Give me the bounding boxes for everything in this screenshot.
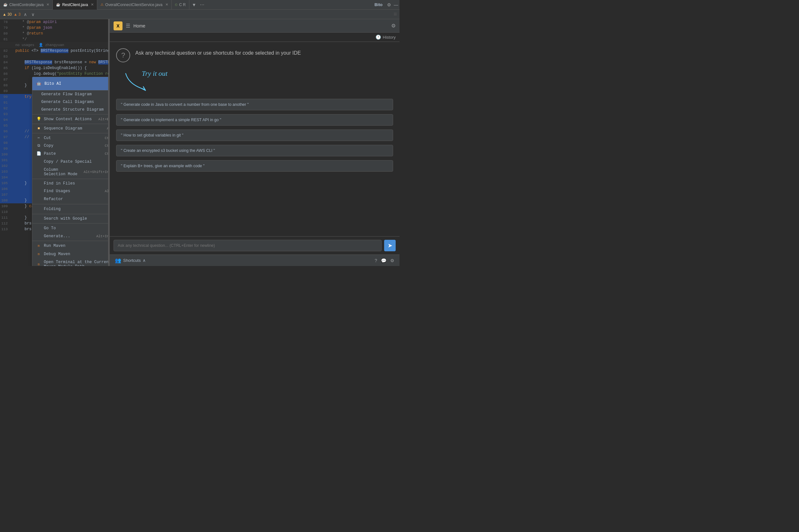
shortcuts-label-area: 👥 Shortcuts ∧ bbox=[115, 258, 146, 263]
ctx-structure-diagram[interactable]: Generate Structure Diagram bbox=[32, 106, 108, 114]
ctx-copy-paste-special[interactable]: Copy / Paste Special ▶ bbox=[32, 158, 108, 166]
suggestion-btn-2[interactable]: " How to set global variables in git " bbox=[116, 130, 393, 141]
nav-down-btn[interactable]: ∨ bbox=[30, 11, 36, 18]
line-number: 108 bbox=[0, 197, 10, 203]
ctx-shortcut-5: Ctrl+V bbox=[105, 152, 108, 156]
ctx-shortcut-7: Alt+F7 bbox=[105, 189, 108, 193]
more-btn[interactable]: ⋯ bbox=[199, 2, 206, 8]
ctx-find-files-label: Find in Files bbox=[44, 181, 108, 186]
tab-overall-connect[interactable]: ⚠ OverallConnectClientService.java ✕ bbox=[97, 0, 172, 10]
ctx-debug-maven-label: Debug Maven bbox=[44, 252, 108, 256]
line-number: 112 bbox=[0, 221, 10, 226]
ctx-run-maven[interactable]: m Run Maven ▶ bbox=[32, 242, 108, 250]
bito-top-row: 🕐 History bbox=[110, 33, 400, 42]
tab-close-btn-2[interactable]: ✕ bbox=[91, 3, 94, 7]
java-icon-2: ☕ bbox=[56, 3, 60, 7]
toolbar: ▲ 30 ▲ 3 ∧ ∨ ≡ bbox=[0, 10, 400, 19]
ctx-context-label: Show Context Actions bbox=[44, 117, 96, 121]
meta-line: no usages 👤 zhangyuan bbox=[0, 42, 108, 48]
ctx-separator-5 bbox=[32, 204, 108, 204]
line-number: 89 bbox=[0, 88, 10, 94]
maven-icon: m bbox=[36, 244, 41, 248]
ctx-sequence-diagram[interactable]: ■ Sequence Diagram Alt+S bbox=[32, 125, 108, 132]
ctx-debug-maven[interactable]: m Debug Maven ▶ bbox=[32, 250, 108, 258]
suggestion-btn-3[interactable]: " Create an encrypted s3 bucket using th… bbox=[116, 145, 393, 156]
line-number: 98 bbox=[0, 140, 10, 146]
bito-icon: 🤖 bbox=[36, 81, 41, 86]
suggestion-btn-1[interactable]: " Generate code to implement a simple RE… bbox=[116, 114, 393, 126]
ctx-flow-diagram[interactable]: Generate Flow Diagram bbox=[32, 91, 108, 98]
bito-content: ? Ask any technical question or use shor… bbox=[110, 42, 400, 236]
java-icon-3: ⚠ bbox=[100, 3, 104, 7]
ctx-column-mode[interactable]: Column Selection Mode Alt+Shift+Insert bbox=[32, 166, 108, 178]
suggestion-text-1: " Generate code to implement a simple RE… bbox=[121, 118, 221, 122]
tab-label: ClientController.java bbox=[9, 3, 43, 7]
bito-chat-input[interactable] bbox=[114, 240, 382, 251]
line-number: 79 bbox=[0, 25, 10, 31]
bito-x-button[interactable]: X bbox=[114, 21, 123, 31]
ctx-open-terminal[interactable]: m Open Terminal at the Current Maven Mod… bbox=[32, 258, 108, 266]
tab-label-2: RestClient.java bbox=[62, 3, 88, 7]
sequence-icon: ■ bbox=[36, 126, 41, 131]
ctx-folding[interactable]: Folding ▶ bbox=[32, 205, 108, 213]
shortcuts-settings2-icon[interactable]: ⚙ bbox=[390, 258, 394, 263]
tab-rest-client[interactable]: ☕ RestClient.java ✕ bbox=[53, 0, 97, 10]
ctx-call-label: Generate Call Diagrams bbox=[41, 100, 108, 104]
history-button[interactable]: 🕐 History bbox=[375, 35, 396, 40]
tab-close-btn[interactable]: ✕ bbox=[47, 3, 49, 7]
ctx-bito-ai[interactable]: 🤖 Bito AI ▶ bbox=[32, 77, 108, 91]
tab-close-btn-3[interactable]: ✕ bbox=[165, 3, 168, 7]
line-code: if (log.isDebugEnabled()) { bbox=[15, 65, 108, 71]
ctx-find-files[interactable]: Find in Files bbox=[32, 180, 108, 187]
shortcuts-chat-icon[interactable]: 💬 bbox=[381, 258, 386, 263]
nav-up-btn[interactable]: ∧ bbox=[22, 11, 28, 18]
bito-settings-icon[interactable]: ⚙ bbox=[391, 23, 396, 29]
shortcuts-expand-icon[interactable]: ∧ bbox=[143, 258, 146, 263]
bito-send-button[interactable]: ➤ bbox=[384, 240, 396, 251]
ctx-shortcut-8: Alt+Insert bbox=[96, 234, 108, 238]
bito-header: X ☰ Home ⚙ bbox=[110, 19, 400, 33]
line-number: 94 bbox=[0, 117, 10, 123]
ctx-search-google[interactable]: Search with Google bbox=[32, 215, 108, 223]
context-menu: 🤖 Bito AI ▶ Generate Flow Diagram Genera… bbox=[32, 77, 108, 266]
ctx-generate[interactable]: Generate... Alt+Insert bbox=[32, 232, 108, 240]
ctx-run-maven-label: Run Maven bbox=[44, 244, 108, 248]
ctx-go-to[interactable]: Go To ▶ bbox=[32, 224, 108, 232]
ctx-call-diagrams[interactable]: Generate Call Diagrams bbox=[32, 98, 108, 106]
shortcuts-bar: 👥 Shortcuts ∧ ? 💬 ⚙ bbox=[110, 254, 400, 266]
suggestion-btn-4[interactable]: " Explain B+ trees, give an example with… bbox=[116, 160, 393, 172]
line-number: 90 bbox=[0, 94, 10, 100]
line-number: 109 bbox=[0, 203, 10, 209]
dropdown-btn[interactable]: ▼ bbox=[191, 2, 198, 8]
ctx-folding-label: Folding bbox=[44, 207, 108, 211]
code-line-86: 86 log.debug("postEntity Function receiv… bbox=[0, 71, 108, 77]
ctx-flow-label: Generate Flow Diagram bbox=[41, 92, 108, 97]
settings-btn[interactable]: ⚙ bbox=[386, 2, 392, 8]
line-code: */ bbox=[15, 36, 108, 42]
ctx-context-actions[interactable]: 💡 Show Context Actions Alt+Enter bbox=[32, 115, 108, 123]
ctx-cut[interactable]: ✂ Cut Ctrl+X bbox=[32, 134, 108, 142]
minimize-btn[interactable]: — bbox=[392, 2, 400, 8]
editor-panel: 78 * @param apiUri 79 * @param json 80 *… bbox=[0, 19, 108, 266]
ctx-copy-paste-label: Copy / Paste Special bbox=[44, 159, 108, 164]
line-number: 86 bbox=[0, 71, 10, 77]
ctx-paste[interactable]: 📄 Paste Ctrl+V bbox=[32, 150, 108, 158]
errors-count: ▲ 3 bbox=[14, 12, 21, 17]
ctx-sequence-label: Sequence Diagram bbox=[44, 126, 104, 131]
shortcuts-help-icon[interactable]: ? bbox=[374, 258, 377, 263]
paste-icon: 📄 bbox=[36, 151, 41, 156]
tab-client-controller[interactable]: ☕ ClientController.java ✕ bbox=[0, 0, 53, 10]
line-number: 101 bbox=[0, 157, 10, 163]
line-number: 104 bbox=[0, 174, 10, 180]
suggestion-btn-0[interactable]: " Generate code in Java to convert a num… bbox=[116, 99, 393, 110]
ctx-find-usages[interactable]: Find Usages Alt+F7 bbox=[32, 187, 108, 195]
suggestion-text-2: " How to set global variables in git " bbox=[121, 133, 183, 137]
ctx-copy-label: Copy bbox=[44, 144, 102, 148]
ctx-generate-label: Generate... bbox=[44, 234, 94, 239]
tab-cr[interactable]: © C R bbox=[172, 0, 189, 10]
ctx-refactor[interactable]: Refactor ▶ bbox=[32, 195, 108, 203]
line-number: 106 bbox=[0, 186, 10, 192]
line-number: 83 bbox=[0, 54, 10, 59]
ctx-separator-4 bbox=[32, 179, 108, 179]
ctx-copy[interactable]: ⧉ Copy Ctrl+C bbox=[32, 142, 108, 150]
